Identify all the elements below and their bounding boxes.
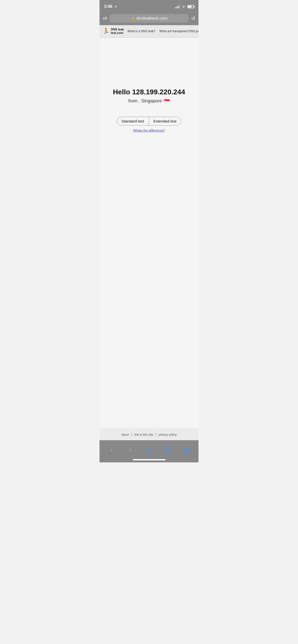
nav-link-transparent-proxies[interactable]: What are transparent DNS proxies? xyxy=(159,29,198,33)
svg-rect-2 xyxy=(186,449,189,452)
logo-text: DNS leak test.com xyxy=(111,28,124,35)
font-size-small[interactable]: A xyxy=(103,17,105,20)
extended-test-button[interactable]: Extended test xyxy=(149,117,181,126)
bookmarks-button[interactable] xyxy=(161,445,174,456)
status-bar: 3:46 ↗ xyxy=(100,0,198,12)
flag-emoji: 🇸🇬 xyxy=(163,98,170,104)
main-content: Hello 128.199.220.244 from , Singapore 🇸… xyxy=(100,38,198,440)
share-button[interactable] xyxy=(143,445,155,456)
whats-difference-link[interactable]: Whats the difference? xyxy=(133,129,165,132)
site-logo[interactable]: 🏃 DNS leak test.com xyxy=(103,28,124,35)
hello-section: Hello 128.199.220.244 from , Singapore 🇸… xyxy=(113,88,185,104)
browser-bottom-bar: ‹ › xyxy=(100,440,198,462)
hello-heading: Hello 128.199.220.244 xyxy=(113,88,185,96)
nav-links: What is a DNS leak? What are transparent… xyxy=(127,29,198,33)
footer-privacy-policy[interactable]: privacy policy xyxy=(158,433,177,436)
url-field[interactable]: 🔒 dnsleaktest.com xyxy=(110,14,189,23)
status-icons xyxy=(175,5,194,9)
logo-icon: 🏃 xyxy=(103,28,109,34)
tabs-button[interactable] xyxy=(180,445,193,456)
signal-bars-icon xyxy=(175,5,180,8)
status-time: 3:46 ↗ xyxy=(104,4,117,9)
battery-icon xyxy=(187,5,194,8)
footer-sep-1: | xyxy=(131,432,133,436)
site-footer: about | link to this site | privacy poli… xyxy=(100,428,198,440)
from-text: from , Singapore 🇸🇬 xyxy=(128,98,170,104)
site-nav: 🏃 DNS leak test.com What is a DNS leak? … xyxy=(100,25,198,38)
nav-link-dns-leak[interactable]: What is a DNS leak? xyxy=(127,29,155,33)
back-button[interactable]: ‹ xyxy=(105,445,118,456)
forward-button[interactable]: › xyxy=(124,445,137,456)
font-size-large[interactable]: A xyxy=(105,16,107,21)
wifi-icon xyxy=(181,5,186,9)
address-bar: AA 🔒 dnsleaktest.com ↺ xyxy=(100,12,198,25)
url-text: dnsleaktest.com xyxy=(137,16,168,21)
home-indicator xyxy=(133,459,165,460)
footer-sep-2: | xyxy=(155,432,158,436)
svg-rect-1 xyxy=(184,448,188,451)
font-size-control[interactable]: AA xyxy=(103,16,107,21)
standard-test-button[interactable]: Standard test xyxy=(117,117,149,126)
footer-link-to-site[interactable]: link to this site xyxy=(134,433,153,436)
location-icon: ↗ xyxy=(114,5,117,9)
footer-about[interactable]: about xyxy=(121,433,129,436)
reload-button[interactable]: ↺ xyxy=(191,15,195,21)
lock-icon: 🔒 xyxy=(131,17,135,20)
buttons-row: Standard test Extended test xyxy=(117,117,181,126)
